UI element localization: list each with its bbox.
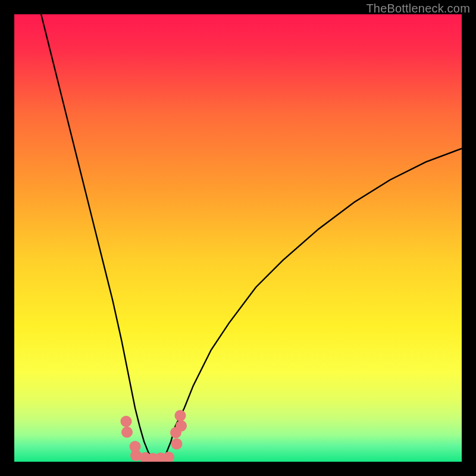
marker-dot [130, 450, 142, 461]
marker-dot [174, 410, 186, 421]
gradient-background [14, 14, 462, 462]
marker-dot [121, 427, 133, 438]
marker-dot [176, 420, 187, 431]
chart-svg [14, 14, 462, 462]
marker-dot [171, 438, 182, 449]
watermark-text: TheBottleneck.com [366, 2, 470, 15]
chart-area [14, 14, 462, 462]
marker-dot [121, 416, 132, 427]
